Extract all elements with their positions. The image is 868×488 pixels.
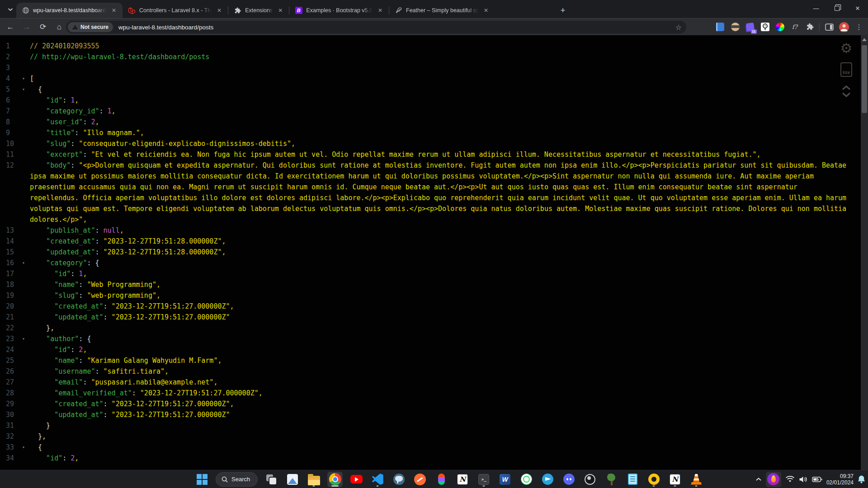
wifi-icon[interactable] — [785, 475, 795, 483]
tab-close-icon[interactable]: ✕ — [110, 6, 118, 14]
taskbar-notion-button[interactable] — [455, 472, 470, 487]
tab-3[interactable]: Extensions✕ — [228, 3, 289, 18]
collapse-arrow-icon[interactable]: ▾ — [22, 258, 30, 268]
home-icon[interactable]: ⌂ — [52, 20, 66, 34]
tab-close-icon[interactable]: ✕ — [276, 6, 284, 14]
stack11-extension-icon[interactable]: 11 — [745, 22, 755, 33]
back-icon[interactable]: ← — [4, 20, 17, 34]
taskbar-figma-button[interactable] — [434, 472, 449, 487]
notification-bell-icon[interactable] — [858, 475, 865, 483]
line-number: 16 — [0, 258, 22, 268]
taskbar-whatsapp-button[interactable] — [519, 472, 534, 487]
taskbar-telegram-button[interactable] — [540, 472, 555, 487]
line-number: 11 — [0, 149, 22, 160]
json-line: 31} — [0, 420, 859, 431]
collapse-arrow-icon[interactable]: ▾ — [22, 442, 30, 453]
tab-5[interactable]: Feather – Simply beautiful open✕ — [389, 3, 495, 18]
taskbar-youtube-button[interactable] — [349, 472, 364, 487]
profile-avatar[interactable] — [839, 22, 849, 33]
json-line: 21"updated_at": "2023-12-27T19:51:27.000… — [0, 312, 859, 323]
scroll-top-icon[interactable] — [841, 85, 851, 91]
taskbar-bruno-button[interactable] — [646, 472, 661, 487]
window-controls: — ✕ — [806, 0, 868, 16]
tab-search-chevron-icon[interactable] — [5, 4, 16, 15]
task-view-icon — [266, 474, 277, 485]
feather-favicon-icon — [395, 7, 402, 14]
taskbar-search[interactable]: Search — [216, 472, 258, 487]
taskbar-file-explorer-button[interactable] — [306, 472, 321, 487]
notion-icon — [457, 474, 468, 485]
volume-icon[interactable] — [799, 476, 808, 483]
tab-close-icon[interactable]: ✕ — [482, 6, 490, 14]
scrollbar-up-arrow[interactable] — [862, 38, 867, 41]
json-code: } — [30, 420, 50, 431]
json-line: 16▾"category": { — [0, 258, 859, 268]
bookmark-star-icon[interactable]: ☆ — [675, 23, 682, 32]
tab-close-icon[interactable]: ✕ — [376, 6, 384, 14]
ip-pin-extension-icon[interactable]: IP — [760, 22, 770, 33]
collapse-arrow-icon[interactable]: ▾ — [22, 333, 30, 344]
address-bar[interactable]: ! Not secure wpu-laravel-8.test/dashboar… — [66, 21, 686, 33]
tab-1[interactable]: wpu-laravel-8.test/dashboard/p✕ — [16, 3, 123, 18]
taskbar-vlc-button[interactable] — [689, 472, 704, 487]
line-number: 17 — [0, 268, 22, 279]
taskbar-vscode-button[interactable] — [370, 472, 385, 487]
svg-text:IP: IP — [764, 25, 766, 27]
taskbar-chrome-button[interactable] — [327, 472, 343, 487]
raw-label: RAW — [843, 71, 850, 75]
url-text[interactable]: wpu-laravel-8.test/dashboard/posts — [118, 24, 213, 31]
forward-icon[interactable]: → — [20, 20, 33, 34]
tab-2[interactable]: Controllers - Laravel 8.x - The P✕ — [123, 3, 228, 18]
photos-button[interactable] — [285, 472, 300, 487]
raw-view-icon[interactable]: RAW — [840, 62, 852, 77]
fx-extension-icon[interactable]: f? — [789, 22, 800, 33]
taskbar-postman-button[interactable] — [412, 472, 428, 487]
taskbar-obs-button[interactable] — [582, 472, 598, 487]
minimize-button[interactable]: — — [806, 0, 826, 16]
color-wheel-extension-icon[interactable] — [774, 22, 785, 33]
reload-icon[interactable]: ⟳ — [36, 20, 50, 34]
json-code: [ — [30, 73, 34, 84]
json-code: }, — [30, 431, 46, 442]
clock[interactable]: 09:37 02/01/2024 — [826, 473, 854, 486]
flame-app-button[interactable] — [766, 472, 781, 487]
json-line: 34"id": 2, — [0, 453, 859, 464]
collapse-arrow-icon[interactable]: ▾ — [22, 73, 30, 84]
word-icon — [500, 474, 510, 485]
scroll-bottom-icon[interactable] — [841, 92, 851, 98]
tab-label: Controllers - Laravel 8.x - The P — [139, 7, 212, 14]
new-tab-button[interactable]: + — [557, 5, 569, 16]
scrollbar[interactable] — [861, 35, 868, 470]
puzzle-icon[interactable] — [804, 22, 815, 33]
taskbar-postgresql-button[interactable] — [391, 472, 406, 487]
tab-label: wpu-laravel-8.test/dashboard/p — [33, 7, 106, 14]
taskbar-terminal-button[interactable] — [476, 472, 491, 487]
gutter-spacer — [22, 301, 30, 312]
tab-4[interactable]: BExamples · Bootstrap v5.0✕ — [289, 3, 389, 18]
tray-chevron-up-icon[interactable] — [755, 477, 762, 481]
globe-favicon-icon — [22, 7, 29, 14]
gear-icon[interactable]: ⚙ — [840, 42, 853, 55]
battery-icon[interactable] — [812, 476, 822, 483]
collapse-arrow-icon[interactable]: ▾ — [22, 84, 30, 95]
taskbar-discord-button[interactable] — [561, 472, 576, 487]
tab-close-icon[interactable]: ✕ — [215, 6, 223, 14]
kebab-menu-icon[interactable]: ⋮ — [854, 22, 864, 33]
taskbar-word-button[interactable] — [497, 472, 513, 487]
start-button[interactable] — [194, 472, 210, 487]
book-extension-icon[interactable] — [715, 22, 726, 33]
security-chip[interactable]: ! Not secure — [68, 22, 113, 32]
scrollbar-thumb[interactable] — [862, 45, 867, 113]
taskbar-notion-2-button[interactable] — [667, 472, 683, 487]
sidebar-icon[interactable] — [824, 22, 835, 33]
close-button[interactable]: ✕ — [847, 0, 868, 16]
taskbar-bonsai-button[interactable] — [604, 472, 619, 487]
maximize-button[interactable] — [826, 0, 847, 16]
json-line: 13"publish_at": null, — [0, 225, 859, 236]
taskbar-notepad-button[interactable] — [625, 472, 640, 487]
telegram-icon — [542, 474, 553, 485]
line-number: 8 — [0, 117, 22, 127]
task-view-button[interactable] — [264, 472, 279, 487]
goggles-extension-icon[interactable] — [730, 22, 741, 33]
json-editor: 1// 202401020935552// http://wpu-laravel… — [0, 41, 859, 464]
